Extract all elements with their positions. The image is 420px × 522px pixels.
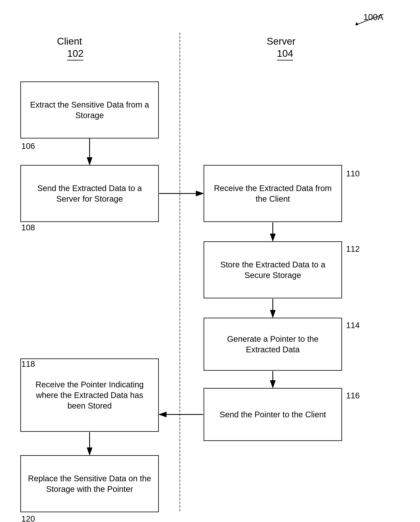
box-generate-pointer: Generate a Pointer to the Extracted Data	[204, 318, 342, 371]
ref-114: 114	[346, 321, 360, 330]
box-replace-sensitive-data: Replace the Sensitive Data on the Storag…	[20, 455, 159, 512]
box-receive-extracted-data: Receive the Extracted Data from the Clie…	[204, 165, 342, 222]
box-receive-pointer: Receive the Pointer Indicating where the…	[20, 359, 159, 432]
ref-108: 108	[21, 223, 35, 232]
box-extract-sensitive-data: Extract the Sensitive Data from a Storag…	[20, 81, 159, 138]
ref-116: 116	[346, 391, 360, 400]
ref-120: 120	[21, 514, 35, 522]
lane-divider	[179, 33, 180, 511]
ref-118: 118	[21, 360, 35, 369]
ref-106: 106	[21, 142, 35, 151]
svg-line-0	[357, 14, 383, 24]
client-header-num: 102	[67, 48, 84, 61]
box-store-extracted-data: Store the Extracted Data to a Secure Sto…	[204, 241, 342, 298]
box-send-extracted-data: Send the Extracted Data to a Server for …	[20, 165, 159, 222]
box-send-pointer: Send the Pointer to the Client	[204, 388, 342, 441]
ref-arrow-svg	[351, 12, 387, 29]
ref-112: 112	[346, 244, 360, 253]
diagram-container: 100A Client 102 Server 104 Extract the S…	[0, 0, 420, 522]
server-header-num: 104	[277, 48, 293, 61]
client-header-label: Client	[57, 36, 82, 47]
ref-110: 110	[346, 169, 360, 178]
server-header-label: Server	[267, 36, 295, 47]
